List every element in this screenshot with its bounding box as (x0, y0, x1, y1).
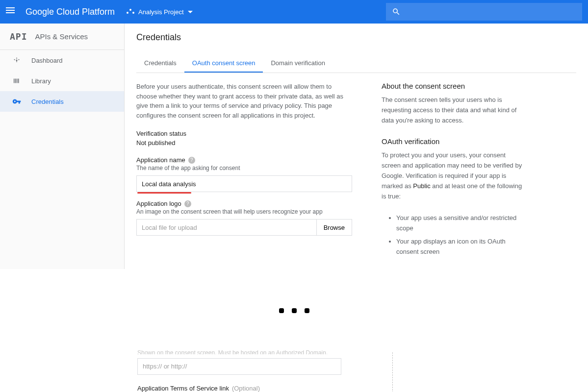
truncated-hint: Shown on the consent screen. Must be hos… (137, 349, 341, 354)
hamburger-menu-icon[interactable] (6, 6, 18, 18)
svg-point-0 (16, 60, 18, 61)
tab-domain-verification[interactable]: Domain verification (263, 54, 333, 73)
api-logo: API (10, 31, 27, 42)
sidebar-header: API APIs & Services (0, 24, 124, 50)
application-name-field: Application name ? The name of the app a… (136, 156, 352, 192)
content-break (0, 269, 588, 352)
about-consent-text: The consent screen tells your users who … (382, 95, 524, 125)
verification-status-value: Not published (136, 139, 352, 147)
project-name: Analysis Project (138, 8, 183, 16)
optional-tag: (Optional) (232, 385, 260, 392)
project-icon (127, 8, 134, 16)
app-logo-label: Application logo (136, 200, 181, 207)
app-name-input[interactable] (136, 175, 352, 192)
tab-credentials[interactable]: Credentials (136, 54, 184, 73)
oauth-verify-text: To protect you and your users, your cons… (382, 150, 524, 201)
main-content: Credentials Credentials OAuth consent sc… (125, 24, 588, 269)
help-icon[interactable]: ? (188, 157, 195, 164)
sidebar-item-library[interactable]: Library (0, 71, 124, 91)
library-icon (12, 76, 22, 85)
app-logo-hint: An image on the consent screen that will… (136, 208, 352, 215)
oauth-verify-heading: OAuth verification (382, 137, 524, 146)
browse-button[interactable]: Browse (316, 219, 352, 236)
oauth-verify-bullets: Your app uses a sensitive and/or restric… (382, 213, 524, 257)
gcp-logo[interactable]: Google Cloud Platform (26, 7, 115, 17)
search-box[interactable] (386, 3, 582, 21)
intro-text: Before your users authenticate, this con… (136, 82, 352, 120)
about-consent-heading: About the consent screen (382, 82, 524, 90)
tab-oauth-consent[interactable]: OAuth consent screen (184, 54, 263, 73)
dashboard-icon (12, 56, 22, 65)
sidebar-item-dashboard[interactable]: Dashboard (0, 50, 124, 71)
page-title: Credentials (136, 32, 576, 43)
key-icon (12, 97, 22, 106)
tos-link-field: Application Terms of Service link (Optio… (137, 385, 341, 392)
help-icon[interactable]: ? (184, 200, 191, 207)
right-divider (392, 352, 393, 392)
app-name-hint: The name of the app asking for consent (136, 165, 352, 172)
search-icon (392, 7, 401, 16)
application-logo-field: Application logo ? An image on the conse… (136, 200, 352, 236)
tab-bar: Credentials OAuth consent screen Domain … (136, 54, 576, 73)
link-input-1[interactable] (137, 358, 341, 375)
top-header: Google Cloud Platform Analysis Project (0, 0, 588, 24)
sidebar: API APIs & Services Dashboard Library Cr… (0, 24, 125, 269)
sidebar-item-label: Dashboard (31, 57, 63, 64)
sidebar-item-label: Credentials (31, 98, 64, 105)
project-selector[interactable]: Analysis Project (127, 8, 192, 16)
chevron-down-icon (188, 11, 193, 13)
tos-label: Application Terms of Service link (137, 385, 229, 392)
sidebar-item-credentials[interactable]: Credentials (0, 91, 124, 112)
app-name-label: Application name (136, 156, 185, 164)
app-logo-input[interactable] (136, 219, 316, 236)
sidebar-title: APIs & Services (35, 32, 88, 41)
verification-status-label: Verification status (136, 130, 352, 137)
bullet-item: Your app uses a sensitive and/or restric… (396, 213, 524, 234)
bullet-item: Your app displays an icon on its OAuth c… (396, 237, 524, 257)
sidebar-item-label: Library (31, 77, 51, 85)
